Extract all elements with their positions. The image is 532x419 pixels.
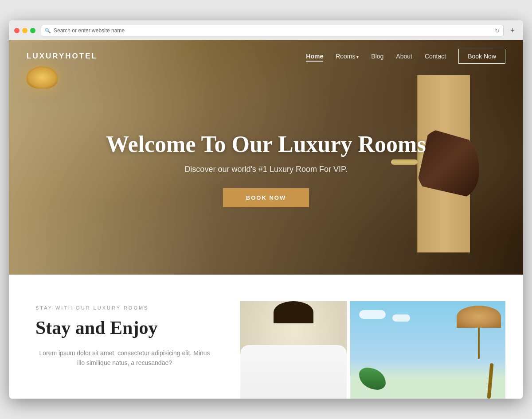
hero-section: LUXURYHOTEL Home Rooms Blog About bbox=[9, 40, 523, 275]
nav-item-contact[interactable]: Contact bbox=[425, 52, 446, 60]
minimize-button[interactable] bbox=[22, 28, 27, 33]
umbrella-pole bbox=[478, 328, 480, 359]
nav-link-about[interactable]: About bbox=[396, 53, 412, 60]
content-body: Lorem ipsum dolor sit amet, consectetur … bbox=[35, 348, 214, 368]
umbrella-decoration bbox=[457, 306, 501, 359]
new-tab-button[interactable]: + bbox=[507, 25, 518, 36]
hero-title: Welcome To Our Luxury Rooms bbox=[106, 131, 426, 158]
maximize-button[interactable] bbox=[30, 28, 35, 33]
nav-item-about[interactable]: About bbox=[396, 52, 412, 60]
content-left: STAY WITH OUR LUXURY ROOMS Stay and Enjo… bbox=[9, 301, 240, 399]
browser-chrome: 🔍 Search or enter website name ↻ + bbox=[9, 20, 523, 40]
hero-subtitle: Discover our world's #1 Luxury Room For … bbox=[184, 165, 347, 174]
content-eyebrow: STAY WITH OUR LUXURY ROOMS bbox=[35, 305, 214, 310]
umbrella-top bbox=[457, 306, 501, 328]
close-button[interactable] bbox=[14, 28, 20, 33]
nav-link-blog[interactable]: Blog bbox=[371, 53, 383, 60]
content-right bbox=[240, 301, 523, 399]
nav-item-blog[interactable]: Blog bbox=[371, 52, 383, 60]
search-icon: 🔍 bbox=[45, 28, 51, 34]
nav-link-home[interactable]: Home bbox=[306, 53, 323, 62]
person-peeking-decoration bbox=[240, 301, 347, 399]
palm-tree-decoration bbox=[489, 363, 492, 399]
nav-item-rooms[interactable]: Rooms bbox=[336, 52, 359, 60]
reload-icon[interactable]: ↻ bbox=[495, 27, 500, 34]
address-text: Search or enter website name bbox=[54, 27, 125, 34]
hair-decoration bbox=[274, 301, 313, 323]
hero-content: Welcome To Our Luxury Rooms Discover our… bbox=[9, 64, 523, 275]
cloud-1 bbox=[359, 310, 386, 319]
traffic-lights bbox=[14, 28, 35, 33]
book-now-nav-button[interactable]: Book Now bbox=[458, 49, 505, 64]
clouds-decoration bbox=[359, 310, 410, 322]
nav-link-contact[interactable]: Contact bbox=[425, 53, 446, 60]
hero-cta-button[interactable]: BOOK NOW bbox=[223, 188, 309, 207]
address-bar[interactable]: 🔍 Search or enter website name ↻ bbox=[41, 25, 504, 36]
nav-item-home[interactable]: Home bbox=[306, 52, 323, 60]
browser-titlebar: 🔍 Search or enter website name ↻ + bbox=[14, 25, 518, 36]
sheets-decoration bbox=[240, 345, 347, 399]
hotel-image-2 bbox=[350, 301, 505, 399]
brand-logo[interactable]: LUXURYHOTEL bbox=[27, 52, 98, 61]
browser-window: 🔍 Search or enter website name ↻ + bbox=[9, 20, 523, 399]
nav-item-booknow[interactable]: Book Now bbox=[458, 49, 505, 64]
website-content: LUXURYHOTEL Home Rooms Blog About bbox=[9, 40, 523, 399]
cloud-2 bbox=[392, 314, 410, 322]
nav-links: Home Rooms Blog About Contact bbox=[306, 49, 505, 64]
content-section: STAY WITH OUR LUXURY ROOMS Stay and Enjo… bbox=[9, 275, 523, 399]
nav-link-rooms[interactable]: Rooms bbox=[336, 53, 359, 60]
hotel-image-1 bbox=[240, 301, 347, 399]
content-title: Stay and Enjoy bbox=[35, 317, 214, 339]
